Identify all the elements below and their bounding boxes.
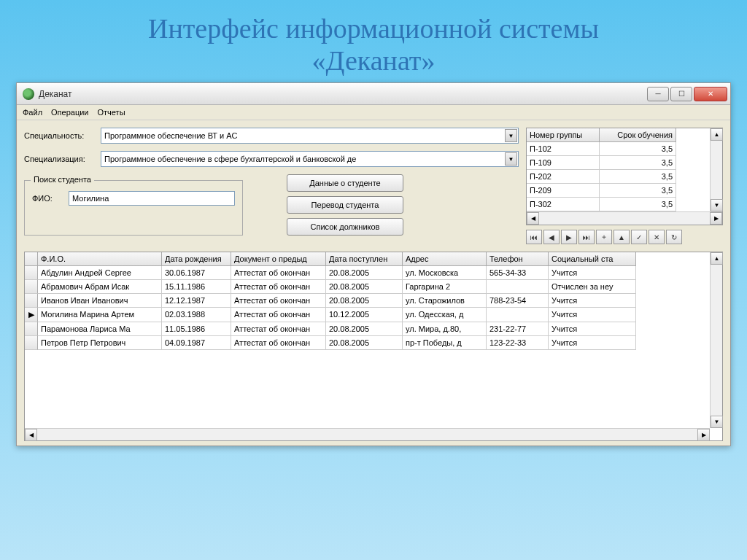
nav-button-6[interactable]: ✓ — [631, 230, 647, 244]
nav-button-5[interactable]: ▲ — [614, 230, 630, 244]
row-marker — [25, 266, 38, 280]
specialization-combo[interactable]: Программное обеспечение в сфере бухгалте… — [101, 151, 519, 167]
debtors-list-button[interactable]: Список должников — [287, 218, 403, 236]
nav-button-1[interactable]: ◀ — [543, 230, 560, 244]
scroll-right-icon[interactable]: ▶ — [697, 429, 710, 441]
table-row[interactable]: Абдулин Андрей Сергее30.06.1987Аттестат … — [25, 266, 710, 280]
scroll-right-icon[interactable]: ▶ — [710, 212, 722, 225]
students-col-doc[interactable]: Документ о предыд — [231, 252, 326, 266]
cell-phone: 231-22-77 — [487, 322, 549, 336]
cell-doc: Аттестат об окончан — [231, 308, 326, 322]
students-col-address[interactable]: Адрес — [403, 252, 487, 266]
scroll-down-icon[interactable]: ▼ — [711, 416, 723, 428]
group-term-cell: 3,5 — [600, 184, 676, 198]
cell-fio: Петров Петр Петрович — [38, 336, 162, 350]
groups-col-number[interactable]: Номер группы — [527, 128, 600, 142]
nav-button-0[interactable]: ⏮ — [526, 230, 542, 244]
cell-phone: 565-34-33 — [487, 266, 549, 280]
cell-doc: Аттестат об окончан — [231, 266, 326, 280]
app-window: Деканат ─ ☐ ✕ Файл Операции Отчеты Специ… — [16, 82, 731, 446]
app-icon — [23, 88, 34, 100]
cell-dob: 12.12.1987 — [162, 294, 231, 308]
fio-input[interactable] — [69, 191, 235, 206]
groups-scrollbar-horizontal[interactable]: ◀ ▶ — [527, 211, 722, 225]
groups-col-term[interactable]: Срок обучения — [600, 128, 676, 142]
students-col-dob[interactable]: Дата рождения — [162, 252, 231, 266]
table-row[interactable]: Абрамович Абрам Исак15.11.1986Аттестат о… — [25, 280, 710, 294]
table-row[interactable]: П-2093,5 — [527, 184, 710, 198]
table-row[interactable]: Петров Петр Петрович04.09.1987Аттестат о… — [25, 336, 710, 350]
cell-doc: Аттестат об окончан — [231, 336, 326, 350]
close-button[interactable]: ✕ — [694, 87, 727, 101]
row-marker: ▶ — [25, 308, 38, 322]
cell-phone: 788-23-54 — [487, 294, 549, 308]
row-marker-header — [25, 252, 38, 266]
cell-phone — [487, 280, 549, 294]
menu-operations[interactable]: Операции — [51, 108, 88, 117]
table-row[interactable]: Иванов Иван Иванович12.12.1987Аттестат о… — [25, 294, 710, 308]
row-marker — [25, 294, 38, 308]
table-row[interactable]: П-3023,5 — [527, 198, 710, 211]
group-number-cell: П-202 — [527, 170, 600, 184]
menu-file[interactable]: Файл — [23, 108, 42, 117]
groups-grid[interactable]: Номер группы Срок обучения П-1023,5П-109… — [526, 128, 723, 225]
search-legend: Поиск студента — [31, 175, 94, 184]
speciality-value: Программное обеспечение ВТ и АС — [104, 131, 237, 140]
cell-admission: 20.08.2005 — [326, 266, 403, 280]
students-scrollbar-vertical[interactable]: ▲ ▼ — [710, 252, 722, 428]
cell-dob: 11.05.1986 — [162, 322, 231, 336]
slide-title-line1: Интерфейс информационной системы — [0, 13, 747, 45]
cell-doc: Аттестат об окончан — [231, 322, 326, 336]
maximize-button[interactable]: ☐ — [670, 87, 692, 101]
students-col-fio[interactable]: Ф.И.О. — [38, 252, 162, 266]
table-row[interactable]: П-1023,5 — [527, 142, 710, 156]
students-col-status[interactable]: Социальный ста — [549, 252, 636, 266]
chevron-down-icon[interactable]: ▼ — [505, 129, 517, 142]
titlebar-text: Деканат — [39, 89, 72, 99]
window-controls: ─ ☐ ✕ — [647, 87, 727, 101]
groups-scrollbar-vertical[interactable]: ▲ ▼ — [710, 128, 722, 211]
scroll-up-icon[interactable]: ▲ — [711, 128, 723, 141]
speciality-combo[interactable]: Программное обеспечение ВТ и АС ▼ — [101, 128, 519, 144]
students-col-admission[interactable]: Дата поступлен — [326, 252, 403, 266]
record-navigator: ⏮◀▶⏭＋▲✓✕↻ — [526, 230, 723, 244]
transfer-student-button[interactable]: Перевод студента — [287, 196, 403, 214]
student-data-button[interactable]: Данные о студенте — [287, 174, 403, 192]
nav-button-3[interactable]: ⏭ — [578, 230, 595, 244]
table-row[interactable]: П-2023,5 — [527, 170, 710, 184]
cell-address: пр-т Победы, д — [403, 336, 487, 350]
cell-status: Учится — [549, 308, 636, 322]
cell-address: Гаргарина 2 — [403, 280, 487, 294]
specialization-value: Программное обеспечение в сфере бухгалте… — [104, 155, 356, 163]
students-col-phone[interactable]: Телефон — [487, 252, 549, 266]
table-row[interactable]: Парамонова Лариса Ма11.05.1986Аттестат о… — [25, 322, 710, 336]
cell-doc: Аттестат об окончан — [231, 294, 326, 308]
cell-fio: Иванов Иван Иванович — [38, 294, 162, 308]
nav-button-8[interactable]: ↻ — [666, 230, 682, 244]
scroll-left-icon[interactable]: ◀ — [527, 212, 539, 225]
scroll-left-icon[interactable]: ◀ — [25, 429, 37, 441]
table-row[interactable]: П-1093,5 — [527, 156, 710, 170]
students-grid[interactable]: Ф.И.О. Дата рождения Документ о предыд Д… — [24, 252, 723, 441]
scroll-down-icon[interactable]: ▼ — [711, 199, 723, 211]
client-area: Специальность: Программное обеспечение В… — [17, 120, 730, 446]
cell-status: Учится — [549, 294, 636, 308]
cell-dob: 30.06.1987 — [162, 266, 231, 280]
slide-title-line2: «Деканат» — [0, 45, 747, 77]
cell-admission: 10.12.2005 — [326, 308, 403, 322]
chevron-down-icon[interactable]: ▼ — [505, 152, 517, 166]
students-scrollbar-horizontal[interactable]: ◀ ▶ — [25, 428, 710, 440]
minimize-button[interactable]: ─ — [647, 87, 669, 101]
slide-title: Интерфейс информационной системы «Декана… — [0, 0, 747, 82]
nav-button-2[interactable]: ▶ — [561, 230, 577, 244]
cell-fio: Абрамович Абрам Исак — [38, 280, 162, 294]
nav-button-7[interactable]: ✕ — [649, 230, 665, 244]
scroll-up-icon[interactable]: ▲ — [711, 252, 723, 265]
search-box: Поиск студента ФИО: — [24, 180, 243, 236]
cell-admission: 20.08.2005 — [326, 294, 403, 308]
nav-button-4[interactable]: ＋ — [596, 230, 612, 244]
titlebar: Деканат ─ ☐ ✕ — [17, 83, 730, 105]
cell-admission: 20.08.2005 — [326, 280, 403, 294]
menu-reports[interactable]: Отчеты — [98, 108, 125, 117]
table-row[interactable]: ▶Могилина Марина Артем02.03.1988Аттестат… — [25, 308, 710, 322]
